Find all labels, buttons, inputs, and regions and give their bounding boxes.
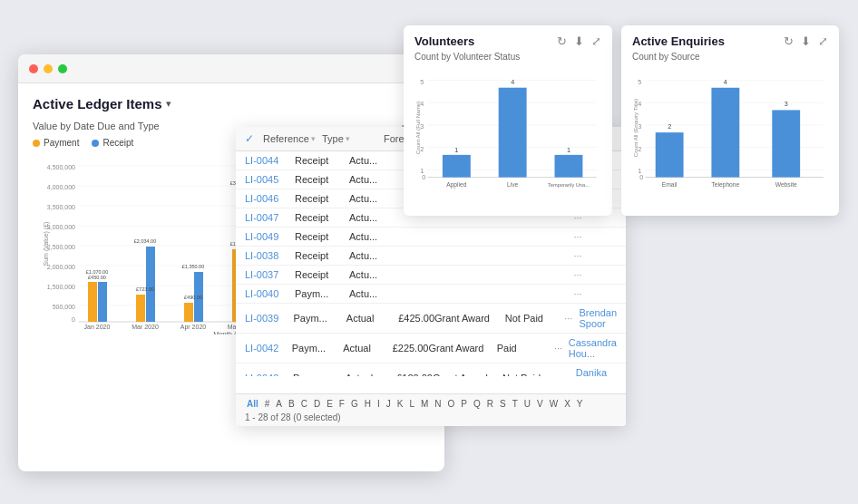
enquiries-expand-icon[interactable]: ⤢ — [818, 34, 828, 48]
row-ref[interactable]: LI-0046 — [245, 193, 295, 204]
row-menu-icon[interactable]: ··· — [567, 269, 589, 280]
alpha-r[interactable]: R — [485, 398, 495, 410]
table-row[interactable]: LI-0049 Receipt Actu... ··· — [236, 228, 626, 247]
row-type: Receipt — [295, 155, 349, 166]
col-type[interactable]: Type ▾ — [322, 133, 375, 144]
svg-text:2,000,000: 2,000,000 — [47, 264, 75, 270]
alpha-m[interactable]: M — [419, 398, 430, 410]
alpha-g[interactable]: G — [349, 398, 360, 410]
row-person[interactable]: Brendan Spoor — [579, 307, 617, 329]
col-reference[interactable]: Reference ▾ — [263, 133, 313, 144]
enquiries-title-row: Active Enquiries ↻ ⬇ ⤢ — [632, 34, 828, 48]
row-ref[interactable]: LI-0043 — [245, 373, 293, 376]
alpha-p[interactable]: P — [459, 398, 469, 410]
row-ref[interactable]: LI-0047 — [245, 212, 295, 223]
svg-text:£1,350.00: £1,350.00 — [182, 264, 204, 269]
alpha-k[interactable]: K — [395, 398, 405, 410]
volunteers-expand-icon[interactable]: ⤢ — [591, 34, 601, 48]
row-type: Receipt — [295, 269, 349, 280]
alpha-t[interactable]: T — [511, 398, 520, 410]
alpha-s[interactable]: S — [498, 398, 508, 410]
table-row[interactable]: LI-0042 Paym... Actual £225.00 Grant Awa… — [236, 334, 626, 363]
close-button[interactable] — [29, 64, 38, 73]
volunteers-subtitle: Count by Volunteer Status — [414, 52, 601, 62]
alpha-b[interactable]: B — [287, 398, 297, 410]
row-menu-icon[interactable]: ··· — [567, 231, 589, 242]
svg-text:3,500,000: 3,500,000 — [47, 204, 75, 210]
table-footer: All#ABCDEFGHIJKLMNOPQRSTUVWXY 1 - 28 of … — [236, 393, 626, 426]
alpha-i[interactable]: I — [375, 398, 382, 410]
row-menu-icon[interactable]: ··· — [567, 288, 589, 299]
bar-jan-receipt — [98, 282, 107, 322]
table-row[interactable]: LI-0039 Paym... Actual £425.00 Grant Awa… — [236, 304, 626, 334]
alpha-e[interactable]: E — [325, 398, 335, 410]
row-ref[interactable]: LI-0042 — [245, 343, 292, 354]
alpha-u[interactable]: U — [522, 398, 532, 410]
alpha-v[interactable]: V — [535, 398, 545, 410]
row-ref[interactable]: LI-0039 — [245, 313, 293, 324]
row-ref[interactable]: LI-0040 — [245, 288, 295, 299]
page-title-chevron-icon[interactable]: ▾ — [166, 98, 171, 110]
enquiries-download-icon[interactable]: ⬇ — [801, 34, 811, 48]
svg-text:0: 0 — [72, 316, 75, 323]
row-ref[interactable]: LI-0045 — [245, 174, 295, 185]
row-forecast: Actu... — [349, 269, 385, 280]
row-menu-icon[interactable]: ··· — [567, 250, 589, 261]
bar-applied — [443, 155, 471, 178]
col-type-sort-icon: ▾ — [346, 134, 350, 143]
alpha-#[interactable]: # — [263, 398, 272, 410]
table-row[interactable]: LI-0037 Receipt Actu... ··· — [236, 266, 626, 285]
row-status: Not Paid — [502, 373, 555, 376]
volunteers-download-icon[interactable]: ⬇ — [574, 34, 584, 48]
svg-text:1: 1 — [454, 146, 458, 154]
enquiries-refresh-icon[interactable]: ↻ — [784, 34, 794, 48]
row-type: Receipt — [295, 174, 349, 185]
minimize-button[interactable] — [44, 64, 53, 73]
row-menu-icon[interactable]: ··· — [548, 343, 569, 354]
alpha-x[interactable]: X — [562, 398, 572, 410]
row-type: Receipt — [295, 231, 349, 242]
alpha-j[interactable]: J — [385, 398, 393, 410]
row-ref[interactable]: LI-0044 — [245, 155, 295, 166]
alpha-all[interactable]: All — [245, 398, 260, 410]
alpha-l[interactable]: L — [407, 398, 416, 410]
enquiries-icons: ↻ ⬇ ⤢ — [784, 34, 828, 48]
table-row[interactable]: LI-0043 Paym... Actual £120.00 Grant Awa… — [236, 363, 626, 376]
alpha-a[interactable]: A — [274, 398, 284, 410]
svg-text:2,500,000: 2,500,000 — [47, 244, 75, 250]
svg-text:£490.00: £490.00 — [184, 295, 202, 300]
alpha-y[interactable]: Y — [575, 398, 585, 410]
alpha-w[interactable]: W — [548, 398, 560, 410]
row-ref[interactable]: LI-0037 — [245, 269, 295, 280]
alpha-n[interactable]: N — [433, 398, 443, 410]
row-menu-icon[interactable]: ··· — [555, 373, 576, 376]
row-ref[interactable]: LI-0049 — [245, 231, 295, 242]
table-row[interactable]: LI-0040 Paym... Actu... ··· — [236, 285, 626, 304]
bar-mar-payment — [136, 295, 145, 322]
legend-payment-label: Payment — [44, 138, 79, 148]
alpha-h[interactable]: H — [363, 398, 373, 410]
svg-text:Applied: Applied — [446, 181, 467, 189]
alpha-o[interactable]: O — [446, 398, 457, 410]
volunteers-refresh-icon[interactable]: ↻ — [557, 34, 567, 48]
alpha-c[interactable]: C — [299, 398, 309, 410]
row-ref[interactable]: LI-0038 — [245, 250, 295, 261]
row-person[interactable]: Danika Horner,... — [576, 367, 617, 376]
maximize-button[interactable] — [58, 64, 67, 73]
row-person[interactable]: Cassandra Hou... — [569, 337, 617, 359]
svg-text:0: 0 — [639, 173, 643, 181]
row-forecast: Actu... — [349, 174, 385, 185]
bar-website — [772, 110, 800, 177]
table-row[interactable]: LI-0038 Receipt Actu... ··· — [236, 247, 626, 266]
row-amount: £425.00 — [382, 313, 434, 324]
checkbox-column[interactable]: ✓ — [245, 132, 254, 145]
alpha-f[interactable]: F — [337, 398, 346, 410]
svg-text:4,500,000: 4,500,000 — [47, 164, 75, 170]
svg-text:Apr 2020: Apr 2020 — [180, 324, 207, 331]
alpha-d[interactable]: D — [312, 398, 322, 410]
row-menu-icon[interactable]: ··· — [558, 313, 579, 324]
bar-live — [499, 88, 527, 178]
legend-receipt-label: Receipt — [102, 138, 133, 148]
alpha-q[interactable]: Q — [472, 398, 483, 410]
col-type-label: Type — [322, 133, 344, 144]
